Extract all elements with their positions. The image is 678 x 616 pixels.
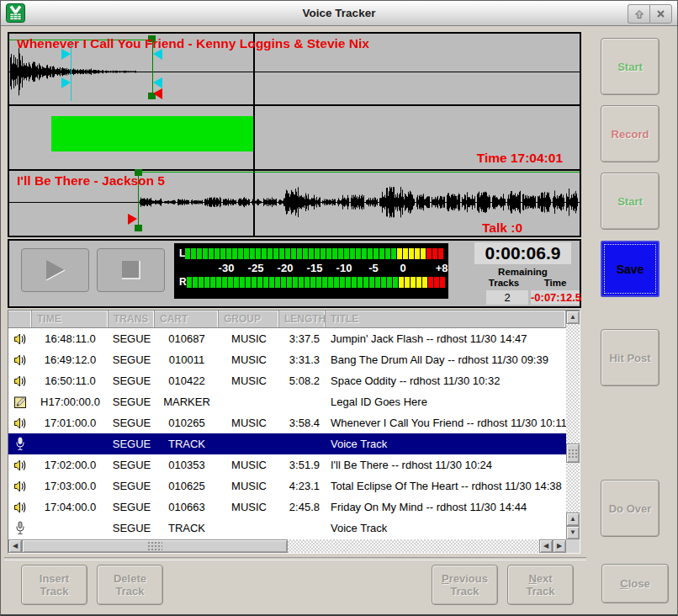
close-button[interactable]: Close	[601, 564, 669, 603]
cell-time: 16:49:12.0	[32, 353, 109, 366]
scroll-up-button[interactable]: ▲	[566, 311, 580, 324]
log-header[interactable]: TIMETRANSCARTGROUPLENGTHTITLE	[8, 311, 566, 328]
meter-segment	[328, 277, 333, 288]
titlebar[interactable]: Voice Tracker	[1, 1, 677, 26]
meter-segment	[209, 248, 214, 259]
log-row[interactable]: 17:03:00.0SEGUE010625MUSIC4:23.1Total Ec…	[8, 475, 566, 497]
meter-segment	[281, 277, 286, 288]
meter-segment	[387, 277, 392, 288]
cell-trans: SEGUE	[109, 353, 155, 366]
cell-title: Whenever I Call You Friend -- rdhost 11/…	[326, 417, 566, 429]
track3-start-pointer[interactable]	[128, 214, 137, 225]
meter-segment	[422, 277, 427, 288]
cell-title: Friday On My Mind -- rdhost 11/30 14:44	[326, 501, 566, 513]
cell-cart: 010663	[155, 501, 219, 513]
track1-segue-handle-bottom[interactable]	[153, 77, 162, 88]
previous-track-button[interactable]: PreviousTrack	[432, 565, 498, 605]
log-list: TIMETRANSCARTGROUPLENGTHTITLE 16:48:11.0…	[8, 310, 580, 554]
deck-talk-label: Talk :0	[482, 220, 522, 236]
meter-scale-label: -5	[368, 262, 379, 274]
scroll-left-button-2[interactable]: ◀	[539, 539, 553, 553]
next-track-button[interactable]: NextTrack	[507, 565, 574, 605]
meter-segment	[411, 277, 416, 288]
window-title: Voice Tracker	[1, 1, 677, 25]
voice-track-block[interactable]	[51, 116, 253, 151]
meter-segment	[428, 277, 433, 288]
thumb-grip	[147, 541, 162, 551]
column-header-length[interactable]: LENGTH	[279, 311, 326, 327]
horizontal-scrollbar[interactable]: ◀ ◀ ▶	[8, 539, 566, 553]
voice-track-editor[interactable]: Whenever I Call You Friend - Kenny Loggi…	[8, 32, 581, 237]
column-header-cart[interactable]: CART	[155, 311, 219, 327]
delete-track-button[interactable]: Delete Track	[97, 565, 163, 605]
save-button[interactable]: Save	[601, 241, 659, 297]
hit-post-button[interactable]: Hit Post	[601, 329, 659, 386]
column-header-title[interactable]: TITLE	[326, 311, 566, 327]
log-row[interactable]: 17:02:00.0SEGUE010353MUSIC3:51.9I'll Be …	[8, 454, 566, 475]
insert-track-button[interactable]: Insert Track	[21, 565, 87, 605]
meter-segment	[252, 277, 257, 288]
cell-icon	[8, 501, 32, 514]
cell-icon	[8, 437, 32, 451]
log-row[interactable]: 17:01:00.0SEGUE010265MUSIC3:58.4Whenever…	[8, 412, 566, 433]
transport-panel: L -30-25-20-15-10-50+8 R 0:00:06.9 Remai…	[8, 239, 581, 308]
cell-title: Legal ID Goes Here	[326, 396, 566, 408]
cell-icon	[8, 417, 32, 430]
horizontal-scroll-thumb[interactable]	[22, 539, 288, 553]
log-row[interactable]: SEGUETRACKVoice Track	[8, 433, 566, 454]
close-window-button[interactable]	[649, 4, 672, 24]
meter-segment	[293, 277, 298, 288]
vertical-scroll-track[interactable]	[566, 324, 580, 512]
cell-trans: SEGUE	[109, 396, 155, 408]
column-header-time[interactable]: TIME	[32, 311, 109, 327]
do-over-button[interactable]: Do Over	[601, 480, 659, 537]
audio-meter: L -30-25-20-15-10-50+8 R	[174, 243, 448, 299]
vertical-scroll-thumb[interactable]	[566, 443, 580, 463]
play-button[interactable]	[21, 248, 89, 292]
scroll-down-button[interactable]: ▼	[566, 526, 580, 539]
column-header-trans[interactable]: TRANS	[109, 311, 155, 327]
log-row[interactable]: 16:48:11.0SEGUE010687MUSIC3:37.5Jumpin' …	[8, 328, 566, 349]
cell-title: Jumpin' Jack Flash -- rdhost 11/30 14:47	[326, 332, 566, 345]
track3-start-line	[138, 172, 580, 173]
start-track1-button[interactable]: Start	[601, 38, 659, 95]
log-row[interactable]: SEGUETRACKVoice Track	[8, 518, 566, 539]
cell-group: MUSIC	[219, 417, 279, 429]
track1-fade-handle-bottom[interactable]	[61, 77, 71, 88]
meter-segment	[262, 248, 267, 259]
log-row[interactable]: 17:04:00.0SEGUE010663MUSIC2:45.8Friday O…	[8, 497, 566, 518]
track3-start-handle-bottom[interactable]	[135, 225, 142, 231]
meter-segment	[309, 248, 314, 259]
meter-segment	[326, 248, 331, 259]
cell-time: H17:00:00.0	[32, 396, 109, 408]
log-row[interactable]: H17:00:00.0SEGUEMARKERLegal ID Goes Here	[8, 391, 566, 412]
scroll-left-button[interactable]: ◀	[8, 539, 22, 553]
meter-segment	[334, 277, 339, 288]
scroll-right-button[interactable]: ▶	[553, 539, 566, 553]
vertical-scrollbar[interactable]: ▲ ▲ ▼	[566, 311, 580, 539]
meter-right-label: R	[179, 277, 187, 288]
meter-scale-label: -30	[219, 262, 235, 274]
start-track3-button[interactable]: Start	[601, 173, 659, 230]
meter-segment	[250, 248, 255, 259]
stop-button[interactable]	[97, 248, 165, 292]
log-row[interactable]: 16:50:11.0SEGUE010422MUSIC5:08.2Space Od…	[8, 370, 566, 391]
meter-segment	[232, 248, 237, 259]
cell-len: 3:58.4	[279, 417, 326, 429]
track1-title: Whenever I Call You Friend - Kenny Loggi…	[17, 36, 369, 51]
log-row[interactable]: 16:49:12.0SEGUE010011MUSIC3:31.3Bang The…	[8, 349, 566, 370]
scroll-up-button-2[interactable]: ▲	[566, 512, 580, 526]
deck-time-label: Time 17:04:01	[477, 151, 563, 166]
cell-trans: SEGUE	[109, 459, 155, 471]
column-header-icon[interactable]	[8, 311, 32, 327]
shade-window-button[interactable]	[628, 4, 649, 24]
meter-scale-label: -20	[278, 262, 294, 274]
meter-segment	[216, 277, 221, 288]
column-header-group[interactable]: GROUP	[219, 311, 279, 327]
meter-segment	[332, 248, 337, 259]
cell-time: 17:01:00.0	[32, 417, 109, 429]
record-button[interactable]: Record	[601, 105, 659, 162]
track3-title: I'll Be There - Jackson 5	[17, 173, 165, 189]
meter-segment	[416, 277, 421, 288]
track1-end-pointer[interactable]	[153, 88, 162, 99]
